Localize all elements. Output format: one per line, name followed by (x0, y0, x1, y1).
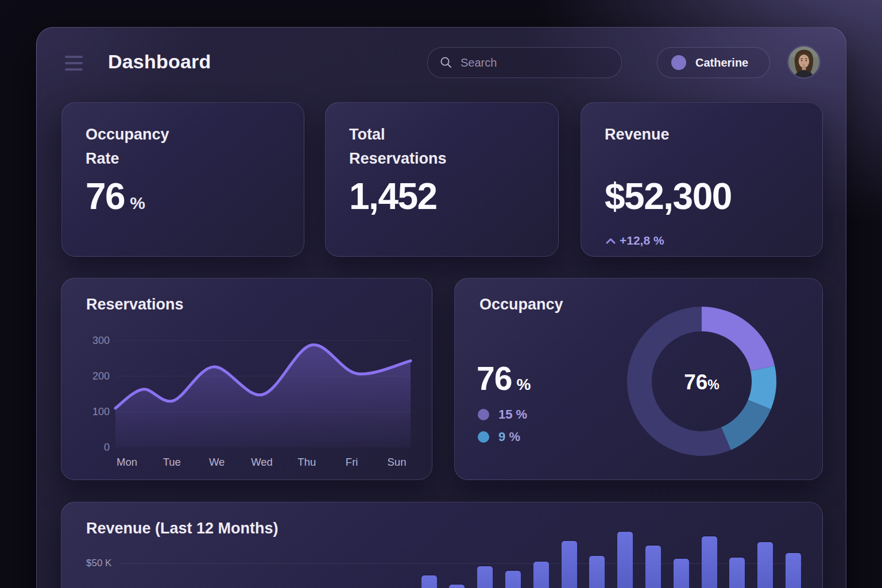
revenue-bar (729, 558, 745, 588)
revenue-bars (61, 502, 822, 588)
stat-title-line: Reservations (349, 146, 447, 171)
revenue-bar (562, 541, 577, 588)
x-tick-label: Thu (297, 456, 316, 468)
stat-card-title: Occupancy Rate (86, 122, 169, 171)
revenue-bar (421, 575, 437, 588)
user-status-dot (671, 55, 686, 70)
revenue-bar (617, 532, 633, 588)
stat-unit: % (130, 194, 145, 212)
delta-text: +12,8 % (620, 234, 664, 247)
x-tick-label: We (209, 456, 225, 468)
chart-title: Reservations (86, 296, 184, 314)
occupancy-chart-card: Occupancy 76% 15 % 9 % 76% (454, 278, 823, 480)
legend-item: 15 % (478, 407, 527, 422)
stat-title-line: Occupancy (86, 122, 169, 146)
revenue-bar (589, 556, 605, 588)
menu-icon-bar (65, 62, 83, 64)
menu-icon-bar (65, 68, 83, 71)
revenue-bar (477, 566, 493, 588)
stat-card-title: Total Reservations (349, 122, 447, 171)
occupancy-unit: % (516, 376, 531, 393)
stat-card-occupancy-rate: Occupancy Rate 76% (61, 102, 304, 257)
search-bar[interactable] (427, 47, 622, 78)
revenue-chart-card: Revenue (Last 12 Months) $50 K (61, 502, 823, 588)
menu-icon-bar (65, 56, 83, 58)
stat-value: $52,300 (605, 177, 732, 215)
y-tick-label: 200 (92, 370, 110, 382)
revenue-bar (786, 553, 801, 588)
x-tick-label: Tue (163, 456, 181, 468)
y-tick-label: 0 (104, 442, 110, 453)
page-title: Dashboard (108, 51, 211, 73)
legend-label: 9 % (498, 430, 520, 444)
legend-dot-blue (478, 431, 489, 443)
x-tick-label: Mon (117, 456, 137, 468)
stat-card-total-reservations: Total Reservations 1,452 (325, 102, 559, 257)
revenue-bar (757, 542, 773, 588)
legend-label: 15 % (498, 407, 527, 422)
revenue-bar (449, 585, 465, 588)
trend-up-icon (606, 238, 616, 244)
user-name: Catherine (695, 56, 748, 69)
y-tick-label: 100 (92, 406, 110, 417)
y-tick-label: 300 (92, 335, 110, 346)
user-avatar[interactable] (787, 45, 821, 79)
x-tick-label: Fri (346, 456, 358, 468)
menu-icon[interactable] (65, 56, 83, 71)
revenue-bar (702, 536, 717, 588)
occupancy-big-value: 76% (477, 361, 531, 404)
stat-title-line: Total (349, 122, 447, 146)
user-avatar-image (788, 46, 820, 78)
donut-legend: 15 % 9 % (478, 407, 527, 452)
stat-number: 76 (86, 176, 125, 217)
user-menu[interactable]: Catherine (657, 47, 770, 78)
occupancy-number: 76 (477, 360, 512, 397)
revenue-bar (533, 562, 549, 588)
reservations-chart-card: 3002001000MonTueWeWedThuFriSun Reservati… (61, 278, 432, 480)
chart-title: Occupancy (479, 296, 563, 314)
revenue-delta: +12,8 % (606, 234, 664, 247)
x-tick-label: Wed (251, 456, 273, 468)
legend-item: 9 % (478, 430, 527, 444)
stat-card-revenue: Revenue $52,300 +12,8 % (581, 102, 823, 257)
x-tick-label: Sun (388, 456, 407, 468)
donut-segment (721, 400, 771, 450)
stat-title-line: Rate (86, 146, 169, 171)
donut-center-label: 76% (684, 370, 719, 394)
search-input[interactable] (459, 56, 614, 70)
donut-segment (702, 307, 775, 371)
stat-card-title: Revenue (605, 122, 670, 146)
revenue-bar (645, 546, 661, 588)
stat-value: 76% (86, 177, 145, 222)
revenue-bar (505, 571, 521, 588)
search-icon (440, 56, 452, 69)
app-window: Dashboard Catherine (36, 27, 846, 588)
revenue-bar (674, 559, 689, 588)
stat-value: 1,452 (349, 177, 437, 215)
legend-dot-purple (478, 409, 489, 420)
